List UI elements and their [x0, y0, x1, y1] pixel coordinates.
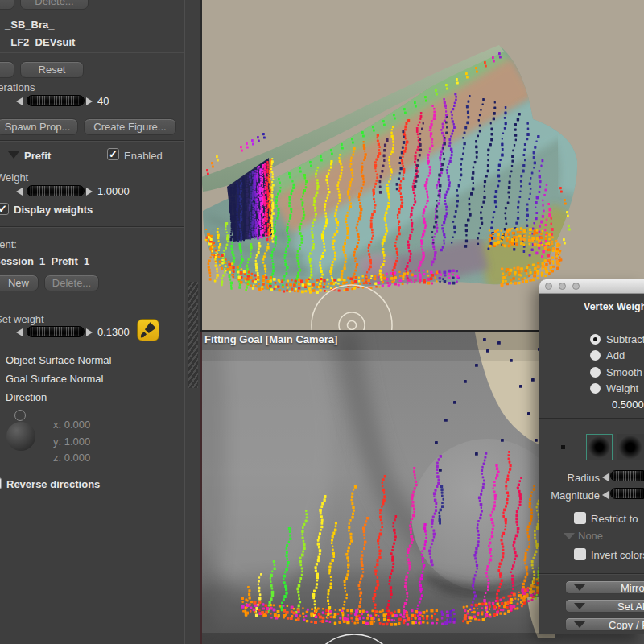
radio-subtract-label: Subtract — [606, 333, 644, 345]
prefit-section-title: Prefit — [24, 150, 51, 162]
new-button[interactable]: New — [0, 275, 39, 291]
viewport-bottom-border — [200, 332, 202, 644]
radius-slider[interactable] — [610, 470, 644, 481]
direction-option[interactable]: Direction — [6, 391, 47, 403]
iterations-slider[interactable] — [27, 95, 85, 106]
radio-weight[interactable] — [590, 383, 601, 394]
magnitude-slider[interactable] — [610, 488, 644, 499]
delete-top-button[interactable]: Delete... — [20, 0, 89, 10]
restrict-to-checkbox[interactable] — [574, 512, 586, 524]
copy-paste-section-button[interactable]: Copy / Paste — [565, 617, 644, 631]
divider — [539, 573, 644, 574]
restrict-to-label: Restrict to — [591, 513, 638, 525]
current-label: Current: — [0, 238, 17, 250]
set-weight-slider[interactable] — [27, 326, 85, 337]
create-figure-button[interactable]: Create Figure... — [84, 118, 176, 135]
display-weights-checkbox[interactable]: ✓ — [0, 203, 9, 215]
spawn-prop-button[interactable]: Spawn Prop... — [0, 118, 78, 135]
paint-brush-button[interactable] — [137, 319, 159, 341]
direction-sphere-widget[interactable] — [6, 422, 35, 451]
iterations-decrement[interactable] — [16, 97, 23, 105]
close-icon[interactable] — [545, 283, 552, 290]
copy-paste-label: Copy / Paste — [609, 619, 644, 631]
reverse-directions-label: Reverse directions — [6, 478, 100, 490]
weight-value-field[interactable]: 0.5000 — [612, 398, 644, 411]
expand-triangle-icon — [574, 603, 585, 609]
goal-surface-normal-option[interactable]: Goal Surface Normal — [6, 373, 103, 385]
iterations-increment[interactable] — [86, 97, 93, 105]
restrict-dropdown-value[interactable]: None — [578, 530, 603, 542]
set-all-label: Set All — [617, 601, 644, 613]
iterations-value[interactable]: 40 — [97, 95, 109, 107]
panel-title: Vertex Weight — [584, 301, 644, 312]
set-weight-label: Set weight — [0, 313, 44, 325]
radio-smooth-label: Smooth — [606, 366, 642, 378]
zoom-icon[interactable] — [572, 283, 580, 290]
direction-x-value: x: 0.000 — [53, 419, 90, 431]
radio-subtract[interactable] — [590, 334, 601, 345]
panel-gutter — [184, 0, 200, 644]
reverse-directions-checkbox[interactable] — [0, 477, 2, 489]
reset-button[interactable]: Reset — [20, 61, 84, 78]
current-session-name: Session_1_Prefit_1 — [0, 255, 89, 267]
display-weights-label: Display weights — [14, 204, 93, 216]
list-item-lf2-devsuit[interactable]: _LF2_DEVsuit_ — [5, 36, 81, 48]
enabled-label: Enabled — [124, 150, 163, 162]
viewport-label: Fitting Goal [Main Camera] — [204, 333, 337, 345]
expand-triangle-icon — [574, 621, 585, 628]
magnitude-label: Magnitude — [539, 489, 600, 502]
set-weight-decrement[interactable] — [16, 328, 23, 336]
set-weight-value[interactable]: 0.1300 — [97, 326, 130, 338]
invert-colors-label: Invert colors — [591, 549, 644, 561]
set-all-section-button[interactable]: Set All — [565, 599, 644, 613]
radio-smooth[interactable] — [590, 367, 601, 378]
weight-label: Weight — [0, 171, 28, 184]
direction-z-value: z: 0.000 — [53, 452, 90, 464]
minimize-icon[interactable] — [559, 283, 566, 290]
panel-titlebar[interactable] — [539, 279, 644, 294]
radius-label: Radius — [539, 472, 600, 484]
restrict-dropdown-icon[interactable] — [564, 533, 575, 539]
viewport-top-border — [200, 0, 202, 331]
divider — [0, 226, 184, 227]
expand-triangle-icon — [574, 584, 585, 591]
brush-falloff-2[interactable] — [617, 434, 644, 460]
brush-icon — [138, 320, 159, 341]
weight-decrement[interactable] — [16, 188, 23, 196]
radio-weight-label: Weight — [606, 382, 638, 394]
resize-grip[interactable] — [188, 282, 198, 388]
divider — [0, 140, 184, 141]
weight-value[interactable]: 1.0000 — [97, 185, 130, 197]
radius-decrement[interactable] — [602, 473, 609, 481]
list-item-sb-bra[interactable]: _SB_Bra_ — [5, 19, 54, 31]
delete-button[interactable]: Delete... — [44, 275, 99, 291]
invert-colors-checkbox[interactable] — [574, 548, 586, 560]
set-weight-increment[interactable] — [86, 328, 93, 336]
divider — [0, 52, 184, 52]
direction-y-value: y: 1.000 — [53, 436, 90, 448]
collapse-triangle-icon[interactable] — [8, 151, 19, 159]
vertex-weight-panel: Vertex Weight Subtract Add Smooth Weight… — [539, 279, 644, 634]
cropped-button[interactable] — [0, 0, 14, 10]
cropped-button-2[interactable] — [0, 61, 14, 78]
mirror-section-button[interactable]: Mirror — [565, 580, 644, 594]
radio-add-label: Add — [606, 349, 625, 361]
magnitude-decrement[interactable] — [602, 491, 609, 499]
weight-slider[interactable] — [27, 185, 85, 196]
direction-gimbal-top[interactable] — [14, 410, 26, 421]
object-surface-normal-option[interactable]: Object Surface Normal — [6, 354, 112, 366]
weight-increment[interactable] — [86, 188, 93, 196]
iterations-label: Iterations — [0, 81, 35, 93]
simulation-settings-panel: Delete... _SB_Bra_ _LF2_DEVsuit_ Reset I… — [0, 0, 184, 644]
mirror-label: Mirror — [621, 582, 644, 594]
brush-size-small[interactable] — [561, 445, 565, 449]
brush-falloff-selected[interactable] — [586, 434, 613, 460]
radio-add[interactable] — [590, 350, 601, 361]
application-window: Fitting Goal [Main Camera] Delete... _SB… — [0, 0, 644, 644]
enabled-checkbox[interactable]: ✓ — [107, 148, 119, 160]
divider — [539, 418, 644, 419]
